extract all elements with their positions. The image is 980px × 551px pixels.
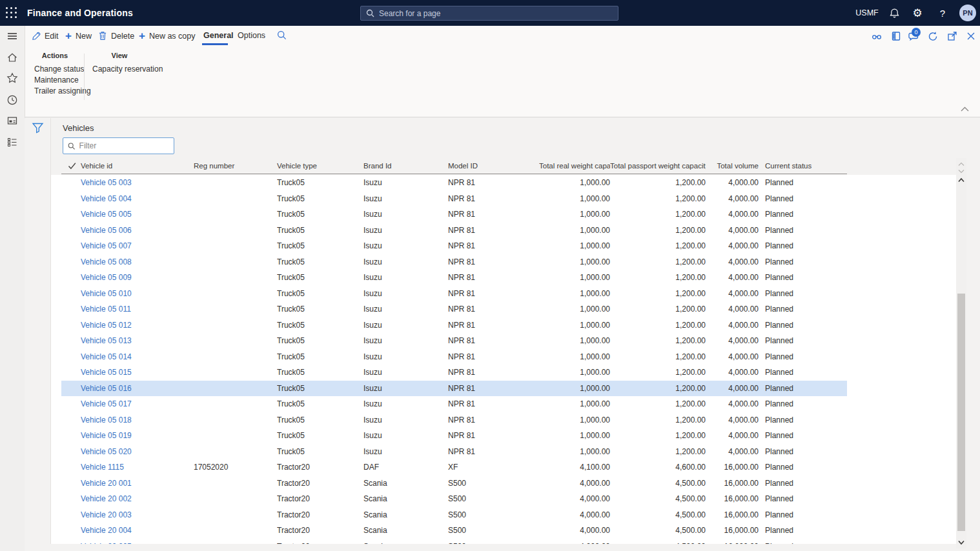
vehicle-id-link[interactable]: Vehicle 20 004	[81, 526, 194, 535]
action-search-icon[interactable]	[277, 30, 287, 40]
vehicle-id-link[interactable]: Vehicle 05 017	[81, 399, 194, 408]
action-trailer-assigning[interactable]: Trailer assigning	[34, 86, 91, 95]
close-icon[interactable]	[965, 30, 977, 42]
table-row[interactable]: Vehicle 05 007Truck05IsuzuNPR 811,000.00…	[61, 238, 847, 254]
vehicle-id-link[interactable]: Vehicle 05 010	[81, 289, 194, 298]
table-row[interactable]: Vehicle 05 004Truck05IsuzuNPR 811,000.00…	[61, 191, 847, 207]
vehicle-id-link[interactable]: Vehicle 05 011	[81, 305, 194, 314]
table-row[interactable]: Vehicle 05 010Truck05IsuzuNPR 811,000.00…	[61, 286, 847, 302]
table-row[interactable]: Vehicle 05 017Truck05IsuzuNPR 811,000.00…	[61, 396, 847, 412]
hamburger-menu-icon[interactable]	[6, 30, 18, 42]
table-row[interactable]: Vehicle 05 005Truck05IsuzuNPR 811,000.00…	[61, 206, 847, 223]
open-new-window-icon[interactable]	[946, 30, 958, 42]
table-row[interactable]: Vehicle 05 006Truck05IsuzuNPR 811,000.00…	[61, 223, 847, 239]
scroll-down-arrow-icon[interactable]	[958, 540, 965, 545]
column-header-passport[interactable]: Total passport weight capacity	[610, 162, 706, 170]
glasses-icon[interactable]	[871, 30, 883, 42]
view-capacity-reservation[interactable]: Capacity reservation	[92, 65, 163, 74]
workspace-card-icon[interactable]	[6, 115, 18, 126]
company-selector[interactable]: USMF	[851, 0, 883, 26]
vehicle-id-link[interactable]: Vehicle 05 012	[81, 321, 194, 330]
column-header-real[interactable]: Total real weight capacity	[539, 162, 610, 170]
cell-volume: 4,000.00	[706, 431, 759, 440]
table-row[interactable]: Vehicle 05 014Truck05IsuzuNPR 811,000.00…	[61, 349, 847, 365]
vehicle-id-link[interactable]: Vehicle 05 003	[81, 178, 194, 187]
modules-list-icon[interactable]	[6, 136, 18, 148]
home-icon[interactable]	[6, 52, 18, 63]
vehicle-id-link[interactable]: Vehicle 1115	[81, 463, 194, 472]
notifications-bell-icon[interactable]	[882, 0, 906, 26]
vehicle-id-link[interactable]: Vehicle 05 014	[81, 352, 194, 361]
table-row[interactable]: Vehicle 05 009Truck05IsuzuNPR 811,000.00…	[61, 270, 847, 286]
header-scroll-down-icon[interactable]	[958, 169, 965, 174]
tab-options[interactable]: Options	[238, 26, 265, 46]
collapse-panel-chevron-icon[interactable]	[960, 106, 970, 112]
table-row[interactable]: Vehicle 05 008Truck05IsuzuNPR 811,000.00…	[61, 254, 847, 270]
table-row[interactable]: Vehicle 20 005Tractor20ScaniaS5004,000.0…	[61, 539, 847, 545]
vehicle-id-link[interactable]: Vehicle 20 005	[81, 542, 194, 544]
table-row[interactable]: Vehicle 05 003Truck05IsuzuNPR 811,000.00…	[61, 175, 847, 191]
column-header-reg[interactable]: Reg number	[194, 162, 277, 170]
app-launcher-icon[interactable]	[6, 7, 17, 19]
global-search[interactable]	[360, 6, 618, 21]
delete-button[interactable]: Delete	[98, 26, 134, 46]
table-row[interactable]: Vehicle 20 002Tractor20ScaniaS5004,000.0…	[61, 491, 847, 507]
vehicle-id-link[interactable]: Vehicle 05 009	[81, 273, 194, 282]
table-row[interactable]: Vehicle 05 015Truck05IsuzuNPR 811,000.00…	[61, 365, 847, 381]
vehicle-id-link[interactable]: Vehicle 05 018	[81, 416, 194, 425]
vehicle-id-link[interactable]: Vehicle 05 008	[81, 257, 194, 266]
vehicle-id-link[interactable]: Vehicle 05 007	[81, 241, 194, 250]
column-header-model[interactable]: Model ID	[448, 162, 539, 170]
book-icon[interactable]	[890, 30, 902, 42]
new-button[interactable]: + New	[65, 26, 92, 46]
new-as-copy-button[interactable]: + New as copy	[139, 26, 196, 46]
column-header-volume[interactable]: Total volume	[706, 162, 759, 170]
user-avatar[interactable]: PN	[959, 5, 976, 21]
vehicle-id-link[interactable]: Vehicle 20 003	[81, 510, 194, 519]
scroll-up-arrow-icon[interactable]	[958, 177, 965, 183]
column-header-id[interactable]: Vehicle id	[81, 162, 194, 170]
table-row[interactable]: Vehicle 20 004Tractor20ScaniaS5004,000.0…	[61, 523, 847, 539]
table-row[interactable]: Vehicle 20 001Tractor20ScaniaS5004,000.0…	[61, 476, 847, 492]
select-all-checkmark-icon[interactable]	[61, 162, 81, 170]
column-header-brand[interactable]: Brand Id	[363, 162, 448, 170]
settings-gear-icon[interactable]: ⚙	[905, 0, 930, 26]
table-row[interactable]: Vehicle 111517052020Tractor20DAFXF4,100.…	[61, 459, 847, 476]
vehicle-id-link[interactable]: Vehicle 05 013	[81, 336, 194, 345]
column-header-type[interactable]: Vehicle type	[277, 162, 363, 170]
cell-status: Planned	[759, 336, 847, 345]
vertical-scrollbar[interactable]	[956, 158, 966, 548]
edit-button[interactable]: Edit	[31, 26, 59, 46]
scrollbar-thumb[interactable]	[957, 294, 965, 531]
table-row[interactable]: Vehicle 05 012Truck05IsuzuNPR 811,000.00…	[61, 317, 847, 334]
vehicle-id-link[interactable]: Vehicle 20 002	[81, 494, 194, 503]
action-change-status[interactable]: Change status	[34, 65, 84, 74]
grid-filter-field[interactable]	[63, 137, 174, 154]
refresh-icon[interactable]	[927, 30, 939, 42]
vehicle-id-link[interactable]: Vehicle 05 005	[81, 210, 194, 219]
filter-input[interactable]	[79, 141, 169, 150]
table-row[interactable]: Vehicle 05 016Truck05IsuzuNPR 811,000.00…	[61, 381, 847, 397]
table-row[interactable]: Vehicle 20 003Tractor20ScaniaS5004,000.0…	[61, 507, 847, 523]
table-row[interactable]: Vehicle 05 020Truck05IsuzuNPR 811,000.00…	[61, 444, 847, 460]
search-input[interactable]	[379, 9, 613, 18]
vehicle-id-link[interactable]: Vehicle 05 019	[81, 431, 194, 440]
table-row[interactable]: Vehicle 05 011Truck05IsuzuNPR 811,000.00…	[61, 301, 847, 317]
message-count-badge[interactable]: 0	[912, 28, 921, 37]
vehicle-id-link[interactable]: Vehicle 20 001	[81, 479, 194, 488]
vehicle-id-link[interactable]: Vehicle 05 020	[81, 447, 194, 456]
column-header-status[interactable]: Current status	[759, 162, 847, 170]
vehicle-id-link[interactable]: Vehicle 05 006	[81, 226, 194, 235]
recent-clock-icon[interactable]	[6, 94, 18, 106]
vehicle-id-link[interactable]: Vehicle 05 015	[81, 368, 194, 377]
filter-funnel-icon[interactable]	[32, 122, 44, 134]
action-maintenance[interactable]: Maintenance	[34, 75, 79, 85]
table-row[interactable]: Vehicle 05 019Truck05IsuzuNPR 811,000.00…	[61, 428, 847, 444]
vehicle-id-link[interactable]: Vehicle 05 016	[81, 384, 194, 393]
favorites-star-icon[interactable]	[6, 72, 18, 84]
header-scroll-up-icon[interactable]	[958, 162, 965, 166]
table-row[interactable]: Vehicle 05 013Truck05IsuzuNPR 811,000.00…	[61, 333, 847, 349]
vehicle-id-link[interactable]: Vehicle 05 004	[81, 194, 194, 203]
help-icon[interactable]: ?	[930, 0, 955, 26]
table-row[interactable]: Vehicle 05 018Truck05IsuzuNPR 811,000.00…	[61, 412, 847, 428]
